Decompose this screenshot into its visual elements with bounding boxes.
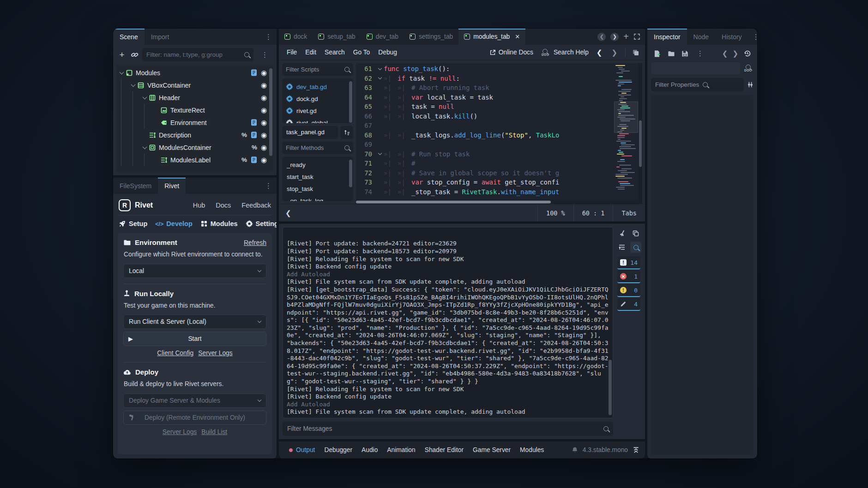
filter-methods-input[interactable]: Filter Methods xyxy=(282,142,353,154)
code-editor[interactable]: 61func stop_task():62»|if task != null:6… xyxy=(356,63,642,204)
message-count-toggle[interactable]: !14 xyxy=(617,256,640,269)
object-history-icon[interactable] xyxy=(741,48,753,59)
menu-search[interactable]: Search xyxy=(320,47,349,58)
edit-count-toggle[interactable]: 4 xyxy=(617,298,640,311)
code-horizontal-scrollbar[interactable] xyxy=(356,200,642,204)
save-resource-icon[interactable] xyxy=(679,48,691,59)
scene-tools-kebab-icon[interactable]: ⋮ xyxy=(257,51,273,59)
attached-script-icon[interactable] xyxy=(251,131,257,138)
inspector-forward-icon[interactable]: ❯ xyxy=(731,49,740,58)
bottom-panel-output[interactable]: Output xyxy=(284,444,319,456)
current-script-name[interactable]: task_panel.gd xyxy=(282,126,338,139)
scene-kebab-icon[interactable]: ⋮ xyxy=(261,29,277,45)
output-scrollbar[interactable] xyxy=(609,360,612,415)
code-line[interactable]: 70»|»|# Run stop task xyxy=(356,149,614,159)
script-tab-modules_tab[interactable]: modules_tab✕ xyxy=(458,29,525,45)
code-line[interactable]: 63»|»|# Abort running task xyxy=(356,83,614,93)
method-list-item[interactable]: _on_task_log xyxy=(282,195,353,202)
scene-tree-row[interactable]: Description%◉ xyxy=(117,129,272,141)
menu-go-to[interactable]: Go To xyxy=(349,47,374,58)
tab-rivet[interactable]: Rivet xyxy=(158,178,186,194)
output-search-icon[interactable] xyxy=(630,242,641,253)
tree-caret-icon[interactable] xyxy=(129,84,137,86)
expand-bottom-panel-icon[interactable] xyxy=(633,446,639,453)
menu-file[interactable]: File xyxy=(283,47,301,58)
script-list-item[interactable]: dock.gd xyxy=(282,93,353,105)
code-line[interactable]: 71»|»|# xyxy=(356,159,614,168)
notifications-bell-icon[interactable] xyxy=(572,446,578,453)
close-tab-icon[interactable]: ✕ xyxy=(515,33,520,40)
filter-scripts-input[interactable]: Filter Scripts xyxy=(282,63,353,76)
filter-properties-input[interactable]: Filter Properties xyxy=(651,78,744,91)
bottom-panel-modules[interactable]: Modules xyxy=(515,444,549,456)
environment-select[interactable]: Local xyxy=(123,264,266,278)
rivet-hub-link[interactable]: Hub xyxy=(193,202,205,209)
rivet-docs-link[interactable]: Docs xyxy=(216,202,231,209)
resource-kebab-icon[interactable]: ⋮ xyxy=(693,49,708,58)
method-list-item[interactable]: _ready xyxy=(282,159,353,171)
bottom-panel-debugger[interactable]: Debugger xyxy=(319,444,357,456)
code-line[interactable]: 68»|»|_task_logs.add_log_line("Stop", Ta… xyxy=(356,131,614,140)
output-log[interactable]: [Rivet] Port update: backend=24721 edito… xyxy=(283,227,613,418)
code-line[interactable]: 69 xyxy=(356,140,614,149)
unique-name-badge[interactable]: % xyxy=(241,156,247,163)
warning-count-toggle[interactable]: !0 xyxy=(617,284,640,297)
visibility-eye-icon[interactable]: ◉ xyxy=(261,82,267,89)
load-resource-icon[interactable] xyxy=(665,48,677,59)
scene-tree-row[interactable]: Environment◉ xyxy=(117,116,272,129)
code-line[interactable]: 72»|»|# Save in global scope so it doesn… xyxy=(356,168,614,178)
history-forward-icon[interactable]: ❯ xyxy=(610,33,619,41)
search-help-button[interactable]: DOC Search Help xyxy=(540,49,589,56)
copy-output-icon[interactable] xyxy=(630,228,641,239)
inspector-back-icon[interactable]: ❮ xyxy=(721,49,729,58)
script-tab-setup_tab[interactable]: setup_tab xyxy=(313,29,361,45)
build-list-link[interactable]: Build List xyxy=(201,428,227,435)
code-line[interactable]: 64»|»|var local_task = task xyxy=(356,93,614,102)
script-list-item[interactable]: rivet_global.... xyxy=(282,117,353,123)
deploy-button[interactable]: Deploy (Remote Environment Only) xyxy=(123,411,266,425)
scene-tree-row[interactable]: TextureRect◉ xyxy=(117,104,272,116)
panel-layout-icon[interactable] xyxy=(632,49,639,56)
scripts-list-scrollbar[interactable] xyxy=(349,81,352,123)
extra-resource-options-icon[interactable] xyxy=(747,81,753,88)
visibility-eye-icon[interactable]: ◉ xyxy=(261,107,267,113)
open-docs-icon[interactable]: DOC xyxy=(742,65,753,72)
visibility-eye-icon[interactable]: ◉ xyxy=(261,131,267,138)
tab-inspector[interactable]: Inspector xyxy=(647,29,687,45)
rivet-nav-develop[interactable]: </>Develop xyxy=(155,220,193,227)
code-vertical-scrollbar[interactable] xyxy=(638,63,642,200)
instance-scene-icon[interactable] xyxy=(131,51,139,59)
bottom-panel-shader-editor[interactable]: Shader Editor xyxy=(420,444,468,456)
inspector-kebab-icon[interactable]: ⋮ xyxy=(748,29,757,45)
scene-tree-row[interactable]: Header◉ xyxy=(117,91,272,104)
code-line[interactable]: 62»|if task != null: xyxy=(356,74,614,83)
collapse-duplicates-icon[interactable] xyxy=(616,242,627,253)
scene-tree-row[interactable]: ModulesLabel%◉ xyxy=(117,154,272,166)
new-script-icon[interactable]: + xyxy=(623,31,629,42)
error-count-toggle[interactable]: ✕1 xyxy=(617,270,640,283)
visibility-eye-icon[interactable]: ◉ xyxy=(261,119,267,126)
rivet-nav-modules[interactable]: Modules xyxy=(200,220,238,227)
add-node-icon[interactable]: + xyxy=(117,50,127,60)
tree-caret-icon[interactable] xyxy=(117,72,126,74)
new-resource-icon[interactable] xyxy=(651,48,663,59)
bottom-panel-audio[interactable]: Audio xyxy=(357,444,382,456)
method-sort-icon[interactable] xyxy=(340,126,353,139)
tab-history[interactable]: History xyxy=(715,29,748,45)
visibility-eye-icon[interactable]: ◉ xyxy=(261,69,267,76)
rivet-feedback-link[interactable]: Feedback xyxy=(241,202,271,209)
fullscreen-icon[interactable] xyxy=(633,33,640,40)
script-list-item[interactable]: dev_tab.gd xyxy=(282,81,353,93)
history-back-icon[interactable]: ❮ xyxy=(597,33,606,41)
client-config-link[interactable]: Client Config xyxy=(157,350,193,357)
fold-arrow-icon[interactable] xyxy=(376,149,384,159)
scene-tree-row[interactable]: VBoxContainer◉ xyxy=(117,79,272,91)
script-tab-dock[interactable]: dock xyxy=(279,29,313,45)
unique-name-badge[interactable]: % xyxy=(252,144,257,151)
code-minimap[interactable] xyxy=(614,63,638,200)
menu-debug[interactable]: Debug xyxy=(374,47,401,58)
rivet-nav-setup[interactable]: Setup xyxy=(119,220,147,227)
tab-node[interactable]: Node xyxy=(687,29,715,45)
attached-script-icon[interactable] xyxy=(251,156,257,163)
code-line[interactable]: 65»|»|task = null xyxy=(356,102,614,112)
